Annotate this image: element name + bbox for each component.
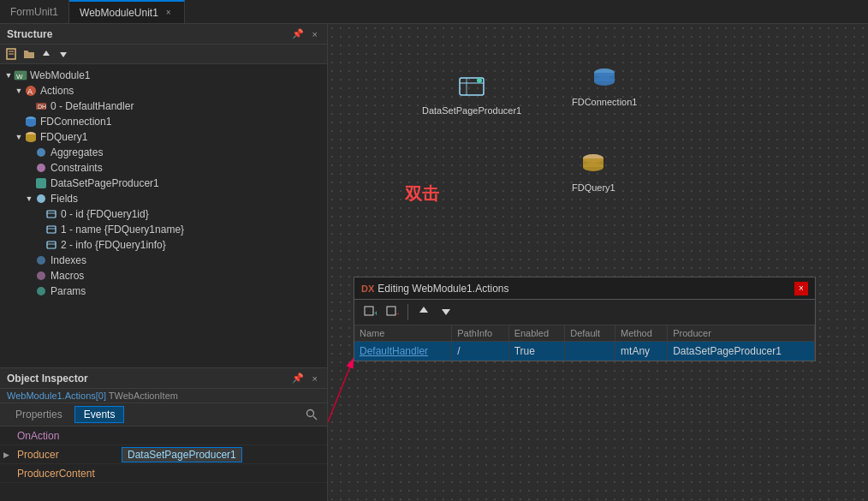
dialog-title-prefix: DX xyxy=(361,283,374,294)
inspector-pin-btn[interactable]: 📌 xyxy=(289,372,306,385)
inspector-object-name: WebModule1.Actions[0] xyxy=(7,391,106,401)
svg-point-36 xyxy=(594,77,615,86)
table-row[interactable]: DefaultHandler / True mtAny DataSetPageP… xyxy=(354,342,815,361)
expand-fdquery1[interactable]: ▼ xyxy=(14,133,24,141)
inspector-search-btn[interactable] xyxy=(303,407,320,422)
inspector-body: OnAction ▶ Producer DataSetPageProducer1… xyxy=(0,426,327,501)
expand-fields[interactable]: ▼ xyxy=(24,194,34,203)
tree-item-actions[interactable]: ▼ A Actions xyxy=(0,83,327,98)
tree-item-webmodule1[interactable]: ▼ W WebModule1 xyxy=(0,68,327,83)
dialog-tb-add[interactable]: + xyxy=(360,302,380,322)
inspector-tab-properties[interactable]: Properties xyxy=(7,407,71,422)
structure-title: Structure xyxy=(7,28,52,40)
dialog-tb-delete[interactable]: − xyxy=(382,302,402,322)
canvas-component-dsp1[interactable]: DataSetPageProducer1 xyxy=(422,71,521,116)
svg-line-29 xyxy=(313,416,317,420)
tab-formunit1[interactable]: FormUnit1 xyxy=(0,0,69,23)
tree-item-indexes[interactable]: Indexes xyxy=(0,253,327,268)
dialog-tb-down[interactable] xyxy=(436,302,456,322)
tree-item-fdquery1[interactable]: ▼ FDQuery1 xyxy=(0,129,327,145)
dialog-row-method: mtAny xyxy=(615,342,668,361)
label-field0: 0 - id {FDQuery1id} xyxy=(61,208,149,220)
prop-row-producer[interactable]: ▶ Producer DataSetPageProducer1 xyxy=(0,445,327,464)
tree-item-fields[interactable]: ▼ Fields xyxy=(0,191,327,206)
structure-toolbar-up[interactable] xyxy=(39,47,53,61)
inspector-header-actions: 📌 × xyxy=(289,372,320,385)
canvas-label-fdquery1: FDQuery1 xyxy=(572,182,615,193)
tree-item-constraints[interactable]: Constraints xyxy=(0,160,327,176)
structure-header: Structure 📌 × xyxy=(0,24,327,45)
tree-item-dsp1[interactable]: DataSetPageProducer1 xyxy=(0,176,327,191)
prop-producercontent-name: ProducerContent xyxy=(15,468,118,480)
svg-point-33 xyxy=(477,78,482,83)
icon-fdconnection1 xyxy=(24,115,38,128)
label-fdconnection1: FDConnection1 xyxy=(40,116,111,128)
label-macros: Macros xyxy=(51,270,84,282)
prop-row-onaction[interactable]: OnAction xyxy=(0,426,327,445)
inspector-tab-events-label: Events xyxy=(84,409,116,420)
prop-producer-expand: ▶ xyxy=(3,450,15,459)
dialog-row-enabled: True xyxy=(508,342,565,361)
svg-point-39 xyxy=(583,163,603,171)
dialog-toolbar-sep xyxy=(407,304,408,320)
dialog-row-pathinfo: / xyxy=(452,342,508,361)
dialog-tb-up[interactable] xyxy=(413,302,434,322)
prop-producer-value-box[interactable]: DataSetPageProducer1 xyxy=(122,447,242,462)
svg-rect-17 xyxy=(36,178,46,188)
svg-rect-21 xyxy=(47,226,56,233)
svg-rect-19 xyxy=(47,211,56,218)
icon-fields xyxy=(34,192,48,206)
structure-toolbar-new[interactable] xyxy=(5,47,19,61)
tab-webmoduleunit1[interactable]: WebModuleUnit1 × xyxy=(69,0,185,23)
structure-panel-actions: 📌 × xyxy=(289,27,320,40)
svg-rect-23 xyxy=(47,242,56,248)
inspector-close-btn[interactable]: × xyxy=(310,373,320,385)
design-canvas[interactable]: 双击 DataSetPageProducer1 xyxy=(328,24,868,501)
tree-item-aggregates[interactable]: Aggregates xyxy=(0,145,327,160)
icon-macros xyxy=(34,269,48,283)
tree-item-macros[interactable]: Macros xyxy=(0,268,327,283)
dblclick-hint: 双击 xyxy=(405,182,439,206)
structure-toolbar-open[interactable] xyxy=(22,47,36,61)
label-defaulthandler: 0 - DefaultHandler xyxy=(51,100,134,112)
tree-item-field0[interactable]: 0 - id {FDQuery1id} xyxy=(0,206,327,222)
icon-webmodule1: W xyxy=(14,69,27,82)
icon-defaulthandler: DH xyxy=(34,99,48,113)
label-params: Params xyxy=(51,285,86,297)
dialog-close-btn[interactable]: × xyxy=(794,282,808,295)
label-indexes: Indexes xyxy=(51,254,86,266)
tree-item-defaulthandler[interactable]: DH 0 - DefaultHandler xyxy=(0,98,327,114)
tab-webmoduleunit1-close[interactable]: × xyxy=(163,7,174,18)
label-field2: 2 - info {FDQuery1info} xyxy=(61,239,166,251)
structure-toolbar-down[interactable] xyxy=(56,47,70,61)
structure-panel: Structure 📌 × xyxy=(0,24,327,368)
label-fdquery1: FDQuery1 xyxy=(40,131,87,143)
svg-text:DH: DH xyxy=(38,104,46,110)
prop-producer-value: DataSetPageProducer1 xyxy=(118,449,327,461)
canvas-icon-dsp1 xyxy=(456,71,487,102)
tree-item-fdconnection1[interactable]: FDConnection1 xyxy=(0,114,327,129)
structure-close-btn[interactable]: × xyxy=(310,28,320,40)
expand-actions[interactable]: ▼ xyxy=(14,86,24,95)
expand-webmodule1[interactable]: ▼ xyxy=(3,71,14,80)
icon-constraints xyxy=(34,161,48,175)
label-webmodule1: WebModule1 xyxy=(30,69,91,81)
dialog-row-name: DefaultHandler xyxy=(354,342,452,361)
main-area: Structure 📌 × xyxy=(0,24,868,501)
icon-params xyxy=(34,284,48,298)
tree-item-field2[interactable]: 2 - info {FDQuery1info} xyxy=(0,237,327,253)
label-dsp1: DataSetPageProducer1 xyxy=(51,177,159,189)
inspector-title: Object Inspector xyxy=(7,373,88,385)
dialog-toolbar: + − xyxy=(354,300,815,325)
canvas-component-fdconnection1[interactable]: FDConnection1 xyxy=(572,63,637,107)
tree-item-field1[interactable]: 1 - name {FDQuery1name} xyxy=(0,222,327,237)
prop-row-producercontent[interactable]: ProducerContent xyxy=(0,464,327,483)
svg-text:+: + xyxy=(374,309,377,318)
dialog-table-header: Name PathInfo Enabled Default Method Pro… xyxy=(354,325,815,342)
canvas-label-fdconnection1: FDConnection1 xyxy=(572,97,637,107)
inspector-tab-events[interactable]: Events xyxy=(74,406,125,423)
structure-pin-btn[interactable]: 📌 xyxy=(289,27,306,40)
canvas-component-fdquery1[interactable]: FDQuery1 xyxy=(572,148,615,193)
tree-item-params[interactable]: Params xyxy=(0,283,327,299)
icon-field0 xyxy=(45,207,58,221)
